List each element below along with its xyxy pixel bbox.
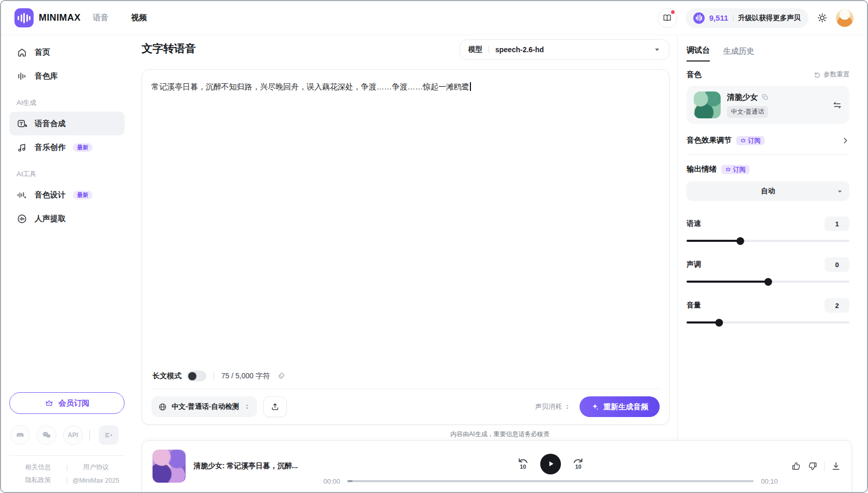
selected-voice-card[interactable]: 清脆少女 中文-普通话 — [687, 86, 849, 124]
sidebar-item-voice-library[interactable]: 音色库 — [9, 64, 125, 88]
player-controls: 10 10 — [319, 453, 782, 475]
related-info-link[interactable]: 相关信息 — [9, 463, 67, 472]
chevron-right-icon — [841, 136, 849, 145]
sidebar-item-voice-design[interactable]: 音色设计 最新 — [9, 183, 125, 207]
player-actions — [791, 461, 841, 471]
slider-volume-value: 2 — [825, 298, 849, 313]
slider-pitch-track[interactable] — [687, 281, 849, 283]
sidebar-item-label: 首页 — [35, 48, 50, 57]
footer-links-row-1: 相关信息 用户协议 — [9, 463, 125, 472]
language-value: 中文-普通话-自动检测 — [172, 402, 239, 411]
model-label: 模型 — [468, 45, 482, 54]
book-icon — [662, 13, 672, 23]
sidebar-item-voice-extraction[interactable]: 人声提取 — [9, 207, 125, 230]
subscribe-badge-label: 订阅 — [733, 166, 745, 173]
sidebar-item-label: 音色设计 — [35, 190, 66, 200]
sidebar-bottom: 会员订阅 API — [9, 392, 125, 485]
character-count: 75 / 5,000 字符 — [221, 372, 270, 381]
membership-subscribe-button[interactable]: 会员订阅 — [9, 392, 125, 414]
voice-avatar — [694, 91, 721, 118]
top-bar: MINIMAX 语音 视频 9,511 升级以获得更多声贝 — [1, 1, 867, 35]
reset-label: 参数重置 — [824, 70, 849, 79]
play-button[interactable] — [540, 454, 561, 474]
credit-cost[interactable]: 声贝消耗 — [535, 402, 570, 411]
app-window: MINIMAX 语音 视频 9,511 升级以获得更多声贝 — [0, 0, 868, 493]
progress-fill — [347, 480, 353, 482]
chevron-down-icon — [653, 46, 661, 53]
sidebar-item-music-creation[interactable]: 音乐创作 最新 — [9, 135, 125, 159]
user-agreement-link[interactable]: 用户协议 — [67, 463, 125, 472]
thumbs-up-icon[interactable] — [791, 461, 801, 471]
api-button[interactable]: API — [63, 425, 83, 445]
panel-tabs: 调试台 生成历史 — [687, 45, 849, 61]
progress-bar[interactable] — [347, 480, 754, 482]
voice-info: 清脆少女 中文-普通话 — [727, 93, 769, 118]
wechat-button[interactable] — [37, 425, 56, 445]
docs-button[interactable] — [658, 8, 677, 28]
editor-toolbar: 中文-普通话-自动检测 声贝消耗 — [151, 389, 660, 417]
sidebar-item-label: 语音合成 — [35, 119, 66, 129]
voice-credit-icon — [693, 12, 705, 24]
reset-parameters-button[interactable]: 参数重置 — [814, 70, 849, 79]
slider-fill — [687, 281, 768, 283]
credit-cost-label: 声贝消耗 — [535, 402, 562, 411]
user-avatar[interactable] — [836, 9, 854, 27]
theme-toggle-sun-icon[interactable] — [817, 12, 828, 23]
slider-volume-knob[interactable] — [715, 319, 723, 327]
sidebar-item-home[interactable]: 首页 — [9, 40, 125, 64]
main-content: 文字转语音 模型 speech-2.6-hd 常记溪亭日暮，沉醉不知归路，兴尽晚… — [133, 35, 677, 492]
nav-tab-voice[interactable]: 语音 — [93, 13, 109, 23]
privacy-policy-link[interactable]: 隐私政策 — [9, 476, 67, 485]
page-title: 文字转语音 — [142, 41, 196, 56]
emotion-value: 自动 — [761, 187, 775, 196]
upload-icon — [270, 402, 280, 411]
credits-count: 9,511 — [709, 13, 728, 22]
crown-icon — [44, 398, 54, 408]
tts-text: 常记溪亭日暮，沉醉不知归路，兴尽晚回舟，误入藕花深处，争渡……争渡……惊起一滩鸥… — [151, 82, 469, 91]
tab-generation-history[interactable]: 生成历史 — [723, 47, 754, 61]
minimax-logo-icon[interactable] — [14, 8, 34, 27]
voice-effect-row[interactable]: 音色效果调节 订阅 — [687, 135, 849, 145]
tts-editor-card: 常记溪亭日暮，沉醉不知归路，兴尽晚回舟，误入藕花深处，争渡……争渡……惊起一滩鸥… — [142, 69, 669, 425]
subscribe-badge[interactable]: 订阅 — [736, 136, 765, 145]
swap-voice-icon[interactable] — [832, 100, 842, 110]
progress-row: 00:00 00:10 — [319, 477, 782, 485]
slider-speed-track[interactable] — [687, 240, 849, 242]
emotion-select[interactable]: 自动 — [687, 181, 849, 201]
sidebar-item-speech-synthesis[interactable]: 语音合成 — [9, 112, 125, 135]
membership-label: 会员订阅 — [58, 398, 89, 408]
nav-tab-video[interactable]: 视频 — [131, 13, 147, 23]
long-text-mode-toggle[interactable] — [187, 371, 206, 381]
collapse-sidebar-button[interactable] — [99, 425, 118, 445]
copyright-text: @MiniMax 2025 — [67, 477, 125, 484]
copy-icon[interactable] — [762, 94, 769, 101]
slider-speed-value: 1 — [825, 217, 849, 231]
play-icon — [547, 460, 555, 468]
regenerate-audio-button[interactable]: 重新生成音频 — [580, 396, 660, 417]
upgrade-link[interactable]: 升级以获得更多声贝 — [738, 13, 801, 23]
voice-extraction-icon — [17, 213, 27, 224]
tab-debug-console[interactable]: 调试台 — [687, 45, 710, 61]
slider-speed-knob[interactable] — [736, 237, 744, 245]
api-label: API — [68, 432, 78, 439]
thumbs-down-icon[interactable] — [808, 461, 818, 471]
upload-button[interactable] — [263, 396, 287, 417]
slider-volume: 音量 2 — [687, 298, 849, 323]
reset-icon — [814, 71, 821, 79]
new-badge: 最新 — [73, 191, 93, 199]
sparkle-icon — [591, 403, 599, 411]
subscribe-badge[interactable]: 订阅 — [721, 165, 750, 174]
download-icon[interactable] — [831, 461, 841, 471]
discord-button[interactable] — [10, 425, 30, 445]
skip-forward-10-button[interactable]: 10 — [571, 457, 585, 471]
slider-volume-label: 音量 — [687, 301, 701, 310]
language-selector[interactable]: 中文-普通话-自动检测 — [151, 396, 257, 417]
track-title: 清脆少女: 常记溪亭日暮，沉醉... — [193, 461, 319, 471]
clear-text-icon[interactable] — [277, 372, 286, 380]
skip-back-10-button[interactable]: 10 — [516, 457, 530, 471]
slider-volume-track[interactable] — [687, 321, 849, 323]
credits-pill[interactable]: 9,511 升级以获得更多声贝 — [686, 8, 809, 28]
tts-text-input[interactable]: 常记溪亭日暮，沉醉不知归路，兴尽晚回舟，误入藕花深处，争渡……争渡……惊起一滩鸥… — [151, 80, 660, 368]
slider-pitch-knob[interactable] — [764, 278, 772, 286]
model-selector[interactable]: 模型 speech-2.6-hd — [460, 39, 669, 60]
